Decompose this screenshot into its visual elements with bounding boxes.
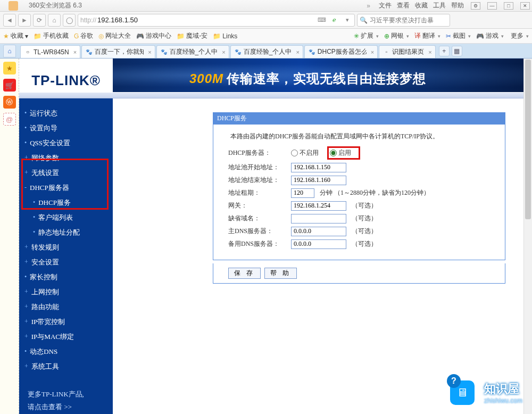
appbar-at-icon[interactable]: @: [3, 113, 16, 126]
close-icon[interactable]: ×: [148, 49, 151, 55]
nav-item-13[interactable]: •动态DNS: [19, 346, 113, 358]
scrollbar-thumb[interactable]: [525, 60, 531, 219]
favorites-button[interactable]: ★收藏▾: [3, 31, 28, 40]
reload-button[interactable]: ⟳: [33, 14, 46, 27]
toolbar-item-3[interactable]: ✂截图▾: [446, 31, 471, 40]
new-tab-button[interactable]: +: [439, 46, 450, 56]
input-gateway[interactable]: [291, 201, 346, 211]
menu-favorites[interactable]: 收藏: [415, 1, 428, 10]
nav-subitem-5-1[interactable]: •客户端列表: [19, 212, 113, 223]
toolbar-item-0[interactable]: ✳扩展▾: [354, 31, 379, 40]
avatar[interactable]: [2, 1, 24, 11]
menu-view[interactable]: 查看: [397, 1, 410, 10]
nav-item-0[interactable]: •运行状态: [19, 107, 113, 119]
forward-button[interactable]: ►: [18, 14, 31, 27]
shield-icon[interactable]: ◯: [63, 14, 76, 27]
search-box[interactable]: 🔍: [357, 14, 450, 27]
nav-item-6[interactable]: +转发规则: [19, 242, 113, 253]
nav-item-11[interactable]: +IP带宽控制: [19, 316, 113, 328]
appbar-shop-icon[interactable]: 🛒: [3, 79, 16, 92]
bookmark-label: 游戏中心: [146, 31, 171, 40]
nav-subitem-5-2[interactable]: •静态地址分配: [19, 227, 113, 238]
bookmark-item-2[interactable]: ◎网址大全: [98, 31, 131, 40]
nav-item-14[interactable]: +系统工具: [19, 361, 113, 372]
nav-subitem-5-0[interactable]: •DHCP服务: [19, 197, 113, 209]
toolbar-item-5[interactable]: 更多▾: [509, 31, 529, 40]
settings-button[interactable]: ⚙: [471, 2, 480, 10]
tab-1[interactable]: 🐾百度一下，你就知×: [81, 45, 155, 58]
gateway-optional: （可选）: [352, 201, 377, 210]
menu-help[interactable]: 帮助: [451, 1, 464, 10]
window-maximize-button[interactable]: □: [504, 2, 513, 10]
compat-icon[interactable]: ℯ: [330, 15, 339, 25]
nav-item-5[interactable]: -DHCP服务器: [19, 182, 113, 194]
toolbar-item-2[interactable]: 译翻译▾: [414, 31, 440, 40]
bookmark-item-1[interactable]: G谷歌: [74, 31, 93, 40]
input-dns1[interactable]: [291, 227, 346, 236]
nav-bullet: +: [24, 318, 28, 326]
close-icon[interactable]: ×: [73, 49, 77, 55]
bookmark-label: 网址大全: [105, 31, 131, 40]
ime-icon[interactable]: ⌨: [317, 15, 327, 25]
logo-region: TP-LINK®: [19, 59, 113, 92]
nav-item-4[interactable]: +无线设置: [19, 167, 113, 179]
nav-item-8[interactable]: •家长控制: [19, 271, 113, 283]
close-icon[interactable]: ×: [371, 49, 374, 55]
window-close-button[interactable]: ✕: [520, 2, 530, 10]
address-bar[interactable]: http:// 192.168.1.50 / ⌨ ℯ ▾: [78, 14, 355, 27]
label-dns1: 主DNS服务器：: [228, 227, 288, 236]
nav-bullet: +: [24, 333, 28, 341]
overflow-chevron[interactable]: »: [367, 2, 370, 10]
label-pool-start: 地址池开始地址：: [228, 163, 288, 172]
input-pool-start[interactable]: [291, 163, 346, 172]
lease-hint: 分钟 （1～2880分钟，缺省为120分钟）: [320, 188, 430, 197]
input-lease[interactable]: [291, 188, 314, 198]
save-button[interactable]: 保 存: [228, 268, 261, 279]
tab-5[interactable]: ▫识图结果页×: [379, 45, 435, 58]
close-icon[interactable]: ×: [296, 49, 299, 55]
nav-label: 静态地址分配: [38, 228, 80, 237]
radio-disable[interactable]: 不启用: [291, 148, 319, 158]
search-input[interactable]: [370, 16, 450, 24]
bookmark-item-4[interactable]: 📁魔域-安: [177, 31, 207, 40]
input-pool-end[interactable]: [291, 176, 346, 185]
bookmark-item-5[interactable]: 📁Links: [213, 31, 237, 40]
menu-tools[interactable]: 工具: [433, 1, 446, 10]
bookmark-item-3[interactable]: 🎮游戏中心: [136, 31, 171, 40]
input-domain[interactable]: [291, 214, 346, 223]
tab-list-button[interactable]: ▦: [452, 46, 462, 56]
more-products-link[interactable]: 请点击查看 >>: [28, 403, 72, 411]
tab-4[interactable]: 🐾DHCP服务器怎么设×: [304, 45, 378, 58]
bookmark-label: 手机收藏: [43, 31, 69, 40]
radio-enable[interactable]: 启用: [330, 148, 351, 158]
bookmark-item-0[interactable]: 📁手机收藏: [34, 31, 69, 40]
appbar-favorites-icon[interactable]: ★: [3, 62, 16, 74]
nav-item-7[interactable]: +安全设置: [19, 256, 113, 268]
appbar-weibo-icon[interactable]: ⓦ: [3, 96, 16, 109]
tab-0[interactable]: ○TL-WR845N×: [20, 45, 80, 58]
nav-item-3[interactable]: +网络参数: [19, 152, 113, 164]
toolbar-label: 扩展: [361, 31, 373, 40]
input-dns2[interactable]: [291, 239, 346, 249]
scrollbar[interactable]: [523, 59, 532, 414]
tab-title: 百度经验_个人中: [170, 47, 218, 56]
nav-item-12[interactable]: +IP与MAC绑定: [19, 331, 113, 343]
tab-2[interactable]: 🐾百度经验_个人中×: [156, 45, 229, 58]
close-icon[interactable]: ×: [222, 49, 225, 55]
nav-bullet: •: [33, 213, 35, 221]
dropdown-icon[interactable]: ▾: [343, 15, 352, 25]
tab-3[interactable]: 🐾百度经验_个人中×: [230, 45, 303, 58]
help-button[interactable]: 帮 助: [264, 268, 297, 279]
window-minimize-button[interactable]: —: [487, 2, 497, 10]
nav-item-9[interactable]: +上网控制: [19, 286, 113, 298]
home-tab-icon[interactable]: ⌂: [3, 45, 16, 57]
back-button[interactable]: ◄: [3, 14, 16, 27]
nav-item-1[interactable]: •设置向导: [19, 122, 113, 134]
home-button[interactable]: ⌂: [48, 14, 61, 27]
close-icon[interactable]: ×: [428, 49, 431, 55]
toolbar-item-4[interactable]: 🎮游戏▾: [476, 31, 504, 40]
menu-file[interactable]: 文件: [379, 1, 392, 10]
nav-item-2[interactable]: •QSS安全设置: [19, 137, 113, 149]
nav-item-10[interactable]: +路由功能: [19, 301, 113, 313]
toolbar-item-1[interactable]: ⊕网银▾: [384, 31, 409, 40]
